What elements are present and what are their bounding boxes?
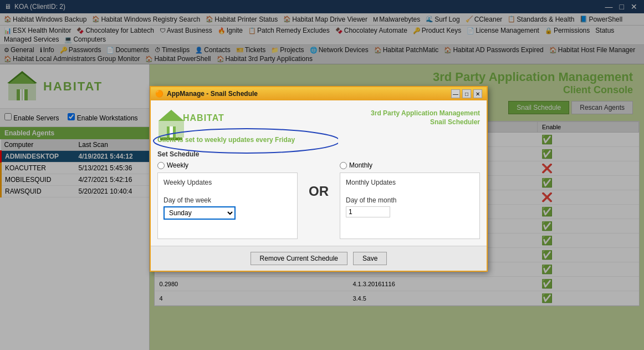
modal-maximize-button[interactable]: □ bbox=[462, 89, 471, 98]
modal-window-controls[interactable]: — □ ✕ bbox=[451, 89, 482, 98]
day-of-month-label: Day of the month bbox=[346, 196, 474, 204]
day-of-week-select[interactable]: Sunday Monday Tuesday Wednesday Thursday… bbox=[163, 206, 236, 220]
monthly-schedule-box: Monthly Updates Day of the month bbox=[340, 173, 480, 239]
weekly-updates-label: Weekly Updates bbox=[163, 179, 292, 186]
modal-dialog: 🟠 AppManage - Snail Schedule — □ ✕ bbox=[150, 86, 488, 272]
weekly-column: Weekly Weekly Updates Day of the week Su… bbox=[157, 161, 298, 239]
modal-minimize-button[interactable]: — bbox=[451, 89, 460, 98]
monthly-radio-row: Monthly bbox=[340, 161, 480, 169]
weekly-schedule-box: Weekly Updates Day of the week Sunday Mo… bbox=[157, 173, 298, 239]
day-of-week-label: Day of the week bbox=[163, 196, 292, 204]
modal-message: Client is set to weekly updates every Fr… bbox=[157, 135, 480, 144]
modal-footer: Remove Current Schedule Save bbox=[151, 246, 487, 271]
day-of-month-input[interactable] bbox=[346, 206, 390, 217]
modal-titlebar: 🟠 AppManage - Snail Schedule — □ ✕ bbox=[151, 87, 487, 100]
modal-habitat-logo: HABITAT bbox=[157, 107, 224, 129]
monthly-label: Monthly bbox=[349, 161, 372, 169]
modal-logo-area: HABITAT 3rd Party Application Management… bbox=[157, 107, 480, 129]
weekly-radio-row: Weekly bbox=[157, 161, 298, 169]
monthly-radio[interactable] bbox=[340, 162, 347, 169]
modal-house-icon bbox=[157, 107, 180, 129]
remove-schedule-button[interactable]: Remove Current Schedule bbox=[251, 252, 347, 265]
modal-close-button[interactable]: ✕ bbox=[473, 89, 482, 98]
set-schedule-label: Set Schedule bbox=[157, 150, 480, 158]
monthly-column: Monthly Monthly Updates Day of the month bbox=[340, 161, 480, 239]
modal-body: HABITAT 3rd Party Application Management… bbox=[151, 100, 487, 246]
modal-app-icon: 🟠 bbox=[155, 90, 163, 98]
modal-title-label: AppManage - Snail Schedule bbox=[167, 90, 258, 98]
modal-title-text: 🟠 AppManage - Snail Schedule bbox=[155, 90, 258, 98]
save-button[interactable]: Save bbox=[353, 252, 387, 265]
modal-app-title: 3rd Party Application Management Snail S… bbox=[230, 109, 480, 126]
monthly-updates-label: Monthly Updates bbox=[346, 179, 474, 186]
schedule-columns: Weekly Weekly Updates Day of the week Su… bbox=[157, 161, 480, 239]
modal-overlay: 🟠 AppManage - Snail Schedule — □ ✕ bbox=[0, 0, 644, 350]
or-divider: OR bbox=[309, 161, 329, 199]
weekly-radio[interactable] bbox=[157, 162, 165, 169]
modal-brand-label: HABITAT bbox=[183, 113, 224, 123]
weekly-label: Weekly bbox=[167, 161, 188, 169]
